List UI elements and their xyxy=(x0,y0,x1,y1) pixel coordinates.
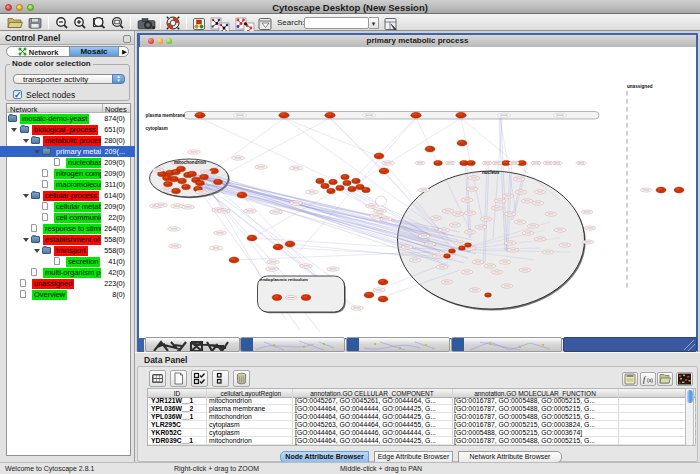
svg-text:cytoplasm: cytoplasm xyxy=(146,126,168,131)
svg-text:(x): (x) xyxy=(647,377,653,383)
svg-text:endoplasmic reticulum: endoplasmic reticulum xyxy=(260,277,308,282)
svg-text:unassigned: unassigned xyxy=(627,84,653,89)
svg-text:mitochondrion: mitochondrion xyxy=(174,160,206,165)
svg-text:plasma membrane: plasma membrane xyxy=(146,113,186,118)
svg-text:nucleus: nucleus xyxy=(482,170,500,175)
